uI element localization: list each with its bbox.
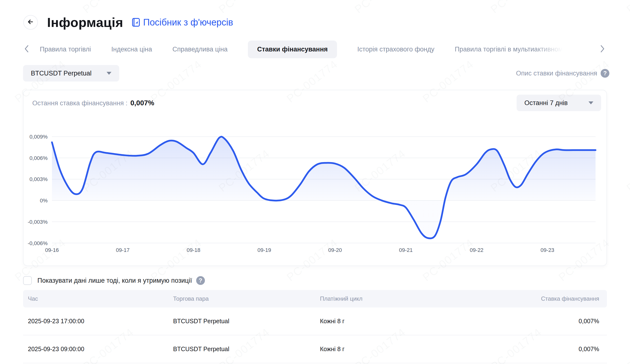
y-axis-tick-label: 0% (40, 198, 48, 204)
tab-2[interactable]: Індексна ціна (112, 46, 152, 53)
funding-history-table: ЧасТоргова параПлатіжний циклСтавка фіна… (23, 290, 607, 363)
futures-guide-link[interactable]: Посібник з ф'ючерсів (131, 17, 233, 28)
tab-6[interactable]: Правила торгівлі в мультиактивному (455, 46, 566, 53)
watermark: PC-001774 (0, 326, 0, 364)
chart-card-header: Остання ставка фінансування : 0,007% Ост… (32, 95, 601, 111)
page-title: Інформація (47, 15, 123, 30)
table-cell: Кожні 8 г (320, 346, 490, 353)
table-row: 2025-09-23 09:00:00BTCUSDT PerpetualКожн… (23, 335, 607, 363)
x-axis-tick-label: 09-23 (541, 247, 554, 253)
arrow-left-icon (27, 18, 34, 27)
tab-4[interactable]: Ставки фінансування (248, 40, 337, 58)
y-axis-tick-label: 0,006% (30, 155, 48, 161)
page-header: Інформація Посібник з ф'ючерсів (23, 13, 233, 32)
table-cell: 2025-09-23 17:00:00 (23, 318, 173, 325)
pair-selector-dropdown[interactable]: BTCUSDT Perpetual (23, 65, 119, 81)
tabs-scroll-left-button[interactable] (23, 44, 30, 55)
watermark: PC-001774 (0, 0, 0, 16)
x-axis-tick-label: 09-21 (399, 247, 413, 253)
funding-description-link[interactable]: Опис ставки фінансування ? (516, 69, 609, 78)
funding-info-page: Інформація Посібник з ф'ючерсів Правила … (0, 0, 630, 364)
chevron-right-icon (600, 44, 606, 55)
x-axis-tick-label: 09-20 (328, 247, 342, 253)
y-axis-tick-label: -0,003% (28, 219, 48, 225)
table-body: 2025-09-23 17:00:00BTCUSDT PerpetualКожн… (23, 308, 607, 363)
controls-row: BTCUSDT Perpetual Опис ставки фінансуван… (23, 65, 609, 81)
futures-guide-label: Посібник з ф'ючерсів (143, 17, 233, 28)
table-cell: BTCUSDT Perpetual (173, 318, 320, 325)
funding-description-label: Опис ставки фінансування (516, 70, 597, 77)
table-header-cell: Торгова пара (173, 295, 320, 302)
y-axis-tick-label: 0,003% (30, 176, 48, 182)
table-cell: 2025-09-23 09:00:00 (23, 346, 173, 353)
watermark: PC-001774 (352, 0, 408, 16)
watermark: PC-001774 (624, 147, 630, 195)
watermark: PC-001774 (624, 326, 630, 364)
watermark: PC-001774 (624, 0, 630, 16)
x-axis-tick-label: 09-18 (187, 247, 200, 253)
x-axis-tick-label: 09-22 (470, 247, 483, 253)
table-header-cell: Ставка фінансування (490, 295, 607, 302)
table-cell: 0,007% (490, 318, 607, 325)
positions-filter-label: Показувати дані лише тоді, коли я утриму… (38, 277, 192, 284)
tabs-list: Правила торгівліІндексна цінаСправедлива… (40, 40, 566, 58)
table-cell: Кожні 8 г (320, 318, 490, 325)
area-fill (52, 137, 596, 238)
question-mark-circle-icon[interactable]: ? (196, 276, 205, 285)
chevron-left-icon (23, 44, 30, 55)
table-cell: BTCUSDT Perpetual (173, 346, 320, 353)
date-range-dropdown[interactable]: Останні 7 днів (516, 95, 601, 111)
table-header-row: ЧасТоргова параПлатіжний циклСтавка фіна… (23, 290, 607, 308)
tab-bar: Правила торгівліІндексна цінаСправедлива… (23, 41, 606, 58)
table-row: 2025-09-23 17:00:00BTCUSDT PerpetualКожн… (23, 308, 607, 335)
positions-only-checkbox[interactable] (23, 276, 32, 285)
watermark: PC-001774 (0, 147, 0, 195)
pair-selector-value: BTCUSDT Perpetual (31, 70, 92, 77)
latest-funding-rate-value: 0,007% (130, 99, 154, 107)
triangle-down-icon (588, 101, 593, 104)
latest-funding-rate-label: Остання ставка фінансування : (32, 99, 128, 107)
table-header-cell: Платіжний цикл (320, 295, 490, 302)
tab-3[interactable]: Справедлива ціна (172, 46, 228, 53)
funding-rate-chart-card: Остання ставка фінансування : 0,007% Ост… (23, 90, 607, 266)
y-axis-tick-label: -0,006% (28, 240, 48, 246)
x-axis-tick-label: 09-19 (257, 247, 271, 253)
latest-funding-rate: Остання ставка фінансування : 0,007% (32, 99, 154, 107)
tab-1[interactable]: Правила торгівлі (40, 46, 91, 53)
x-axis-tick-label: 09-16 (45, 247, 59, 253)
table-header-cell: Час (23, 295, 173, 302)
tab-5[interactable]: Історія страхового фонду (357, 46, 434, 53)
futures-guide-book-icon (131, 17, 141, 27)
y-axis-tick-label: 0,009% (30, 134, 48, 140)
x-axis-tick-label: 09-17 (116, 247, 130, 253)
funding-rate-chart[interactable]: 0,009%0,006%0,003%0%-0,003%-0,006%09-160… (24, 129, 608, 258)
back-button[interactable] (23, 15, 38, 30)
question-mark-circle-icon[interactable]: ? (600, 69, 609, 78)
date-range-value: Останні 7 днів (524, 99, 568, 107)
table-cell: 0,007% (490, 346, 607, 353)
triangle-down-icon (106, 72, 112, 75)
positions-filter-row: Показувати дані лише тоді, коли я утриму… (23, 275, 205, 286)
watermark: PC-001774 (488, 0, 544, 16)
tabs-scroll-right-button[interactable] (600, 44, 606, 55)
